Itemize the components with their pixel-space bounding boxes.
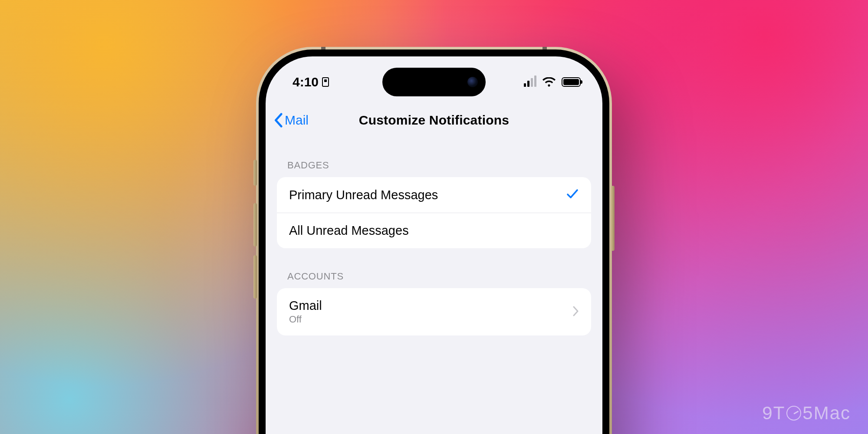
badge-option-all[interactable]: All Unread Messages bbox=[277, 213, 591, 248]
option-label: All Unread Messages bbox=[289, 224, 409, 238]
page-title: Customize Notifications bbox=[359, 113, 509, 128]
iphone-frame: 4:10 Mail Customize Notifications bbox=[256, 47, 612, 434]
account-row-gmail[interactable]: Gmail Off bbox=[277, 288, 591, 335]
back-button[interactable]: Mail bbox=[273, 103, 309, 137]
side-button bbox=[253, 160, 257, 186]
badge-option-primary[interactable]: Primary Unread Messages bbox=[277, 177, 591, 213]
volume-up-button bbox=[253, 203, 257, 247]
clock-icon bbox=[785, 404, 802, 422]
section-header-badges: BADGES bbox=[266, 137, 602, 177]
badges-group: Primary Unread Messages All Unread Messa… bbox=[277, 177, 591, 248]
watermark-9to5mac: 9T 5Mac bbox=[762, 403, 851, 424]
chevron-right-icon bbox=[573, 306, 579, 318]
chevron-left-icon bbox=[273, 113, 283, 128]
section-header-accounts: ACCOUNTS bbox=[266, 248, 602, 288]
screen: 4:10 Mail Customize Notifications bbox=[266, 56, 602, 434]
watermark-right: 5Mac bbox=[802, 403, 851, 424]
wifi-icon bbox=[542, 77, 556, 87]
battery-icon bbox=[562, 77, 581, 87]
sim-icon bbox=[322, 77, 329, 87]
watermark-left: 9T bbox=[762, 403, 785, 424]
front-camera-icon bbox=[467, 77, 478, 87]
dynamic-island bbox=[382, 68, 486, 96]
checkmark-icon bbox=[566, 187, 579, 202]
back-label: Mail bbox=[285, 113, 309, 128]
option-label: Primary Unread Messages bbox=[289, 188, 438, 202]
account-status: Off bbox=[289, 314, 322, 325]
status-time: 4:10 bbox=[293, 75, 319, 89]
power-button bbox=[611, 186, 615, 251]
accounts-group: Gmail Off bbox=[277, 288, 591, 335]
volume-down-button bbox=[253, 255, 257, 299]
settings-content: BADGES Primary Unread Messages All Unrea… bbox=[266, 137, 602, 434]
cellular-icon bbox=[524, 77, 536, 87]
account-name: Gmail bbox=[289, 299, 322, 313]
navigation-bar: Mail Customize Notifications bbox=[266, 103, 602, 137]
